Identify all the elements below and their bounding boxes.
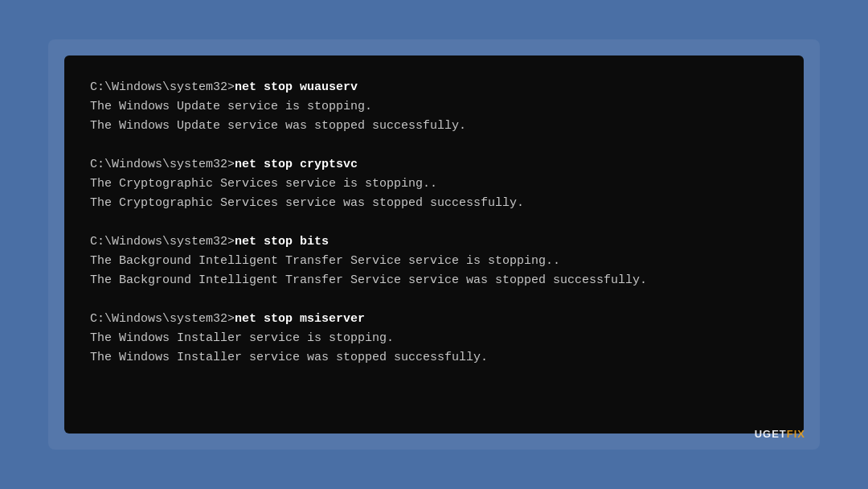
terminal-window: C:\Windows\system32>net stop wuauserv Th… bbox=[64, 55, 804, 434]
prompt-4: C:\Windows\system32> bbox=[90, 312, 235, 326]
output-line-3-1: The Background Intelligent Transfer Serv… bbox=[90, 252, 778, 271]
output-line-4-2: The Windows Installer service was stoppe… bbox=[90, 348, 778, 368]
command-line-4: C:\Windows\system32>net stop msiserver bbox=[90, 310, 778, 329]
watermark-u: U bbox=[755, 428, 763, 440]
prompt-3: C:\Windows\system32> bbox=[90, 235, 235, 249]
output-line-3-2: The Background Intelligent Transfer Serv… bbox=[90, 271, 778, 290]
output-line-1-2: The Windows Update service was stopped s… bbox=[90, 117, 778, 136]
prompt-1: C:\Windows\system32> bbox=[90, 80, 235, 94]
command-text-3: net stop bits bbox=[235, 235, 329, 249]
terminal-block-3: C:\Windows\system32>net stop bits The Ba… bbox=[90, 232, 778, 290]
prompt-2: C:\Windows\system32> bbox=[90, 158, 235, 171]
command-line-2: C:\Windows\system32>net stop cryptsvc bbox=[90, 155, 778, 175]
command-line-1: C:\Windows\system32>net stop wuauserv bbox=[90, 78, 778, 97]
terminal-block-4: C:\Windows\system32>net stop msiserver T… bbox=[90, 310, 778, 368]
watermark: UGETFIX bbox=[755, 428, 805, 440]
terminal-block-1: C:\Windows\system32>net stop wuauserv Th… bbox=[90, 78, 778, 136]
watermark-fix: FIX bbox=[787, 428, 805, 440]
terminal-block-2: C:\Windows\system32>net stop cryptsvc Th… bbox=[90, 155, 778, 213]
command-text-4: net stop msiserver bbox=[235, 312, 365, 326]
outer-wrapper: C:\Windows\system32>net stop wuauserv Th… bbox=[48, 39, 820, 450]
output-line-4-1: The Windows Installer service is stoppin… bbox=[90, 329, 778, 348]
output-line-2-2: The Cryptographic Services service was s… bbox=[90, 194, 778, 213]
command-line-3: C:\Windows\system32>net stop bits bbox=[90, 232, 778, 252]
command-text-2: net stop cryptsvc bbox=[235, 158, 358, 171]
watermark-get: GET bbox=[763, 428, 787, 440]
output-line-1-1: The Windows Update service is stopping. bbox=[90, 97, 778, 117]
command-text-1: net stop wuauserv bbox=[235, 80, 358, 94]
output-line-2-1: The Cryptographic Services service is st… bbox=[90, 175, 778, 194]
